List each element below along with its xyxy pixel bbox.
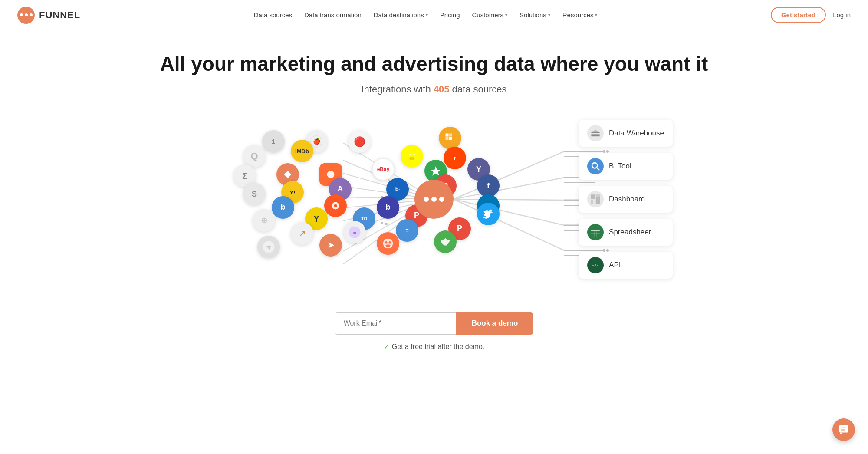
api-icon: </> <box>587 257 604 273</box>
svg-text:🍎: 🍎 <box>313 138 321 145</box>
source-icon: 1 <box>262 130 285 153</box>
svg-rect-45 <box>446 133 449 136</box>
destination-spreadsheet-label: Spreadsheet <box>609 228 651 237</box>
destination-dashboard: Dashboard <box>579 186 673 213</box>
nav-link-data-destinations[interactable]: Data destinations ▾ <box>374 11 428 19</box>
source-icon: ➤ <box>319 234 342 257</box>
svg-text:r: r <box>454 154 456 161</box>
integration-count: 405 <box>434 84 450 95</box>
source-icon <box>401 145 423 168</box>
svg-text:🔴: 🔴 <box>354 136 366 148</box>
svg-line-69 <box>597 168 599 170</box>
source-icon: ≡ <box>396 219 418 242</box>
destination-dashboard-label: Dashboard <box>609 195 645 204</box>
destinations-container: Data Warehouse BI Tool <box>579 120 673 279</box>
check-icon: ✓ <box>384 343 389 350</box>
chevron-down-icon: ▾ <box>595 13 597 17</box>
chevron-down-icon: ▾ <box>548 13 550 17</box>
destination-bi-label: BI Tool <box>609 162 631 171</box>
subtitle-suffix: data sources <box>449 84 506 95</box>
navbar: FUNNEL Data sources Data transformation … <box>0 0 868 30</box>
svg-point-55 <box>327 171 335 178</box>
destination-bi: BI Tool <box>579 153 673 180</box>
svg-rect-72 <box>591 200 593 204</box>
destination-api: </> API <box>579 252 673 279</box>
source-icon: b <box>377 196 399 219</box>
subtitle-prefix: Integrations with <box>361 84 433 95</box>
spreadsheet-icon <box>587 224 604 240</box>
destination-api-label: API <box>609 261 621 270</box>
book-demo-button[interactable]: Book a demo <box>456 312 534 335</box>
destination-warehouse-label: Data Warehouse <box>609 129 664 138</box>
hub-dots <box>424 197 444 202</box>
source-icon: S <box>243 183 266 205</box>
svg-line-13 <box>454 199 564 225</box>
login-button[interactable]: Log in <box>833 11 851 19</box>
chevron-down-icon: ▾ <box>505 13 507 17</box>
source-icon: r <box>444 147 466 169</box>
svg-rect-65 <box>591 132 599 133</box>
svg-rect-74 <box>591 228 600 237</box>
source-icon <box>477 203 500 225</box>
source-icon: b <box>272 196 294 219</box>
nav-link-solutions[interactable]: Solutions ▾ <box>519 11 550 19</box>
svg-rect-67 <box>591 135 599 136</box>
svg-point-50 <box>409 154 411 155</box>
svg-point-39 <box>381 222 383 224</box>
svg-point-62 <box>385 241 388 244</box>
get-started-button[interactable]: Get started <box>771 7 826 23</box>
svg-point-57 <box>334 204 337 207</box>
svg-line-11 <box>454 178 564 199</box>
hero-title: All your marketing and advertising data … <box>9 52 859 76</box>
source-icon: Q <box>243 145 266 168</box>
logo[interactable]: FUNNEL <box>17 7 80 24</box>
svg-rect-71 <box>596 194 600 197</box>
svg-rect-73 <box>596 197 600 204</box>
svg-rect-70 <box>591 194 595 199</box>
source-icon <box>377 232 399 255</box>
svg-point-52 <box>409 157 415 160</box>
svg-rect-66 <box>591 134 599 135</box>
svg-point-63 <box>388 241 391 244</box>
chevron-down-icon: ▾ <box>426 13 428 17</box>
nav-link-pricing[interactable]: Pricing <box>440 11 460 19</box>
source-icon <box>257 236 280 258</box>
logo-text: FUNNEL <box>39 10 80 21</box>
nav-link-data-sources[interactable]: Data sources <box>254 11 292 19</box>
diagram-inner: 1 🍎 🔴 Q IMDb r Σ eBay Y <box>195 117 673 282</box>
svg-text:∞: ∞ <box>353 229 357 235</box>
source-icon: ∞ <box>343 221 366 243</box>
source-icon <box>439 127 461 149</box>
source-icon: ⊕ <box>253 209 275 232</box>
hero-subtitle: Integrations with 405 data sources <box>9 84 859 95</box>
destination-spreadsheet: Spreadsheet <box>579 219 673 246</box>
source-icon <box>324 194 347 217</box>
logo-icon <box>17 7 35 24</box>
diagram-section: 1 🍎 🔴 Q IMDb r Σ eBay Y <box>0 108 868 290</box>
source-icon: ↗ <box>291 222 313 245</box>
svg-rect-47 <box>446 137 449 140</box>
source-icon <box>434 230 457 253</box>
destination-warehouse: Data Warehouse <box>579 120 673 147</box>
bi-icon <box>587 158 604 174</box>
nav-link-data-transformation[interactable]: Data transformation <box>304 11 362 19</box>
source-icon: IMDb <box>291 140 313 162</box>
nav-link-resources[interactable]: Resources ▾ <box>562 11 598 19</box>
svg-point-51 <box>413 154 415 155</box>
email-input[interactable] <box>335 312 456 335</box>
hero-section: All your marketing and advertising data … <box>0 30 868 99</box>
hub-center <box>414 180 454 219</box>
free-trial-text: ✓Get a free trial after the demo. <box>9 342 859 351</box>
svg-rect-46 <box>449 133 452 136</box>
nav-actions: Get started Log in <box>771 7 851 23</box>
form-section: Book a demo ✓Get a free trial after the … <box>0 299 868 359</box>
source-icon: f <box>477 174 500 197</box>
nav-links: Data sources Data transformation Data de… <box>254 11 598 19</box>
svg-text:</>: </> <box>592 263 599 268</box>
dashboard-icon <box>587 191 604 207</box>
nav-link-customers[interactable]: Customers ▾ <box>472 11 508 19</box>
svg-rect-48 <box>449 137 452 140</box>
form-row: Book a demo <box>9 312 859 335</box>
source-icon: eBay <box>372 158 395 181</box>
svg-line-12 <box>454 199 564 200</box>
